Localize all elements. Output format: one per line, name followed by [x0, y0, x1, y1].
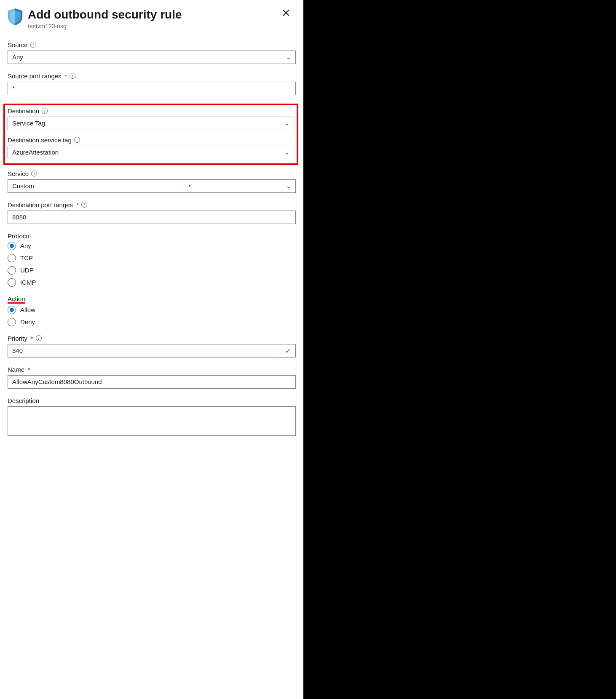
checkmark-icon: ✓	[285, 347, 291, 355]
info-icon[interactable]: i	[81, 202, 87, 208]
background-area	[303, 0, 616, 699]
radio-circle	[8, 306, 16, 314]
destination-port-label: Destination port ranges	[8, 201, 73, 208]
service-label: Service	[8, 170, 29, 177]
protocol-radio-group: Any TCP UDP ICMP	[8, 242, 296, 287]
destination-port-input[interactable]	[8, 211, 296, 224]
destination-service-tag-field: Destination service tag i AzureAttestati…	[8, 136, 294, 159]
destination-service-tag-value: AzureAttestation	[12, 149, 59, 156]
panel-subtitle: testvm123-nsg	[28, 23, 182, 29]
radio-label: TCP	[20, 254, 33, 261]
required-indicator: *	[65, 72, 67, 80]
radio-label: Deny	[20, 318, 35, 325]
name-label: Name	[8, 366, 24, 373]
close-button[interactable]: ✕	[281, 8, 291, 19]
chevron-down-icon: ⌄	[286, 54, 291, 61]
info-icon[interactable]: i	[36, 335, 42, 341]
description-label: Description	[8, 397, 39, 404]
protocol-radio-tcp[interactable]: TCP	[8, 254, 296, 262]
info-icon[interactable]: i	[31, 171, 37, 176]
panel-header: Add outbound security rule testvm123-nsg…	[8, 8, 296, 29]
priority-label: Priority	[8, 335, 27, 342]
protocol-radio-any[interactable]: Any	[8, 242, 296, 250]
description-textarea[interactable]	[8, 406, 296, 436]
priority-field: Priority * i ✓	[8, 335, 296, 358]
protocol-field: Protocol Any TCP UDP ICMP	[8, 232, 296, 287]
radio-circle	[8, 318, 16, 326]
security-rule-panel: Add outbound security rule testvm123-nsg…	[0, 0, 303, 699]
annotation-dot	[189, 185, 190, 187]
destination-label: Destination	[8, 107, 39, 115]
destination-select[interactable]: Service Tag ⌄	[8, 117, 294, 130]
radio-label: Any	[20, 242, 31, 249]
service-select[interactable]: Custom ⌄	[8, 179, 296, 193]
name-input[interactable]	[8, 375, 296, 389]
info-icon[interactable]: i	[42, 108, 48, 114]
required-indicator: *	[31, 335, 33, 342]
action-radio-deny[interactable]: Deny	[8, 318, 296, 326]
protocol-radio-icmp[interactable]: ICMP	[8, 278, 296, 287]
service-field: Service i Custom ⌄	[8, 170, 296, 193]
protocol-radio-udp[interactable]: UDP	[8, 266, 296, 275]
source-port-label: Source port ranges	[8, 72, 62, 80]
destination-field: Destination i Service Tag ⌄	[8, 107, 294, 130]
destination-service-tag-select[interactable]: AzureAttestation ⌄	[8, 146, 294, 159]
radio-label: UDP	[20, 267, 34, 274]
chevron-down-icon: ⌄	[286, 183, 291, 189]
chevron-down-icon: ⌄	[284, 149, 289, 156]
destination-value: Service Tag	[12, 120, 45, 127]
destination-service-tag-label: Destination service tag	[8, 136, 72, 144]
chevron-down-icon: ⌄	[284, 120, 289, 127]
info-icon[interactable]: i	[70, 73, 75, 79]
action-radio-group: Allow Deny	[8, 306, 296, 326]
protocol-label: Protocol	[8, 232, 31, 240]
source-field: Source i Any ⌄	[8, 41, 296, 64]
action-label: Action	[8, 295, 25, 304]
source-select[interactable]: Any ⌄	[8, 51, 296, 64]
priority-input[interactable]	[8, 344, 296, 358]
info-icon[interactable]: i	[74, 137, 80, 143]
panel-title: Add outbound security rule	[28, 8, 182, 22]
name-field: Name *	[8, 366, 296, 389]
action-radio-allow[interactable]: Allow	[8, 306, 296, 314]
required-indicator: *	[28, 366, 30, 373]
radio-circle	[8, 254, 16, 262]
source-label: Source	[8, 41, 28, 48]
service-value: Custom	[12, 182, 34, 189]
destination-port-field: Destination port ranges * i	[8, 201, 296, 224]
shield-icon	[8, 8, 23, 25]
source-port-input[interactable]	[8, 82, 296, 95]
radio-circle	[8, 242, 16, 250]
radio-label: ICMP	[20, 279, 36, 286]
radio-label: Allow	[20, 306, 35, 313]
required-indicator: *	[76, 201, 79, 208]
source-port-field: Source port ranges * i	[8, 72, 296, 95]
radio-circle	[8, 266, 16, 275]
destination-highlight: Destination i Service Tag ⌄ Destination …	[3, 104, 298, 165]
radio-circle	[8, 278, 16, 287]
description-field: Description	[8, 397, 296, 438]
info-icon[interactable]: i	[30, 42, 36, 48]
source-value: Any	[12, 53, 23, 61]
action-field: Action Allow Deny	[8, 295, 296, 326]
